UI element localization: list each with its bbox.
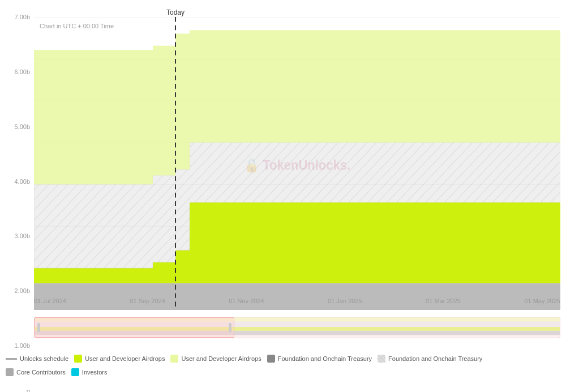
x-tick-1: 01 Jul 2024	[34, 298, 66, 304]
x-tick-6: 01 May 2025	[524, 298, 560, 304]
legend-swatch-line	[6, 358, 17, 360]
x-axis: 01 Jul 2024 01 Sep 2024 01 Nov 2024 01 J…	[34, 295, 560, 307]
x-tick-3: 01 Nov 2024	[229, 298, 264, 304]
legend-unlocks-schedule: Unlocks schedule	[6, 355, 68, 362]
y-tick-0: 0	[27, 389, 30, 392]
legend-user-dev-airdrops-1: User and Developer Airdrops	[74, 355, 165, 363]
chart-svg: 🔒 TokenUnlocks.	[34, 17, 560, 310]
scrollbar-container[interactable]	[34, 317, 560, 338]
y-tick-4: 4.00b	[14, 178, 30, 185]
x-tick-5: 01 Mar 2025	[426, 298, 461, 304]
legend-row2: Core Contributors Investors	[6, 368, 560, 376]
today-label: Today	[166, 8, 185, 16]
legend-swatch-gray-light	[6, 368, 14, 376]
legend-foundation-solid-label: Foundation and Onchain Treasury	[278, 355, 372, 362]
legend-foundation-hatched: Foundation and Onchain Treasury	[378, 355, 482, 363]
y-tick-5: 5.00b	[14, 123, 30, 130]
svg-text:🔒 TokenUnlocks.: 🔒 TokenUnlocks.	[244, 157, 350, 173]
legend-swatch-cyan	[71, 368, 79, 376]
legend-swatch-hatched	[378, 355, 385, 363]
x-tick-2: 01 Sep 2024	[130, 298, 165, 304]
y-tick-6: 6.00b	[14, 68, 30, 75]
legend-core-contributors: Core Contributors	[6, 368, 66, 376]
legend-swatch-lightyellow	[170, 355, 178, 363]
legend-user-dev-label-1: User and Developer Airdrops	[85, 355, 165, 362]
legend-foundation-solid: Foundation and Onchain Treasury	[267, 355, 372, 363]
legend-swatch-gray-solid	[267, 355, 275, 363]
y-tick-3: 3.00b	[14, 232, 30, 239]
legend-unlocks-schedule-label: Unlocks schedule	[20, 355, 68, 362]
legend-swatch-lime	[74, 355, 82, 363]
y-tick-7: 7.00b	[14, 14, 30, 20]
legend-investors-label: Investors	[82, 369, 108, 376]
legend-row1: Unlocks schedule User and Developer Aird…	[6, 355, 560, 363]
legend-core-contributors-label: Core Contributors	[16, 369, 66, 376]
legend-user-dev-airdrops-2: User and Developer Airdrops	[170, 355, 261, 363]
scrollbar-left-thumb[interactable]	[37, 323, 40, 332]
scrollbar-right-thumb[interactable]	[229, 323, 231, 332]
chart-container: 7.00b 6.00b 5.00b 4.00b 3.00b 2.00b 1.00…	[0, 0, 566, 392]
legend-investors: Investors	[71, 368, 108, 376]
y-tick-2: 2.00b	[14, 287, 30, 294]
y-axis: 7.00b 6.00b 5.00b 4.00b 3.00b 2.00b 1.00…	[0, 8, 33, 392]
legend-user-dev-label-2: User and Developer Airdrops	[181, 355, 261, 362]
scrollbar-handle[interactable]	[35, 317, 234, 338]
x-tick-4: 01 Jan 2025	[328, 298, 362, 304]
y-tick-1: 1.00b	[14, 342, 30, 349]
legend-foundation-hatched-label: Foundation and Onchain Treasury	[388, 355, 482, 362]
